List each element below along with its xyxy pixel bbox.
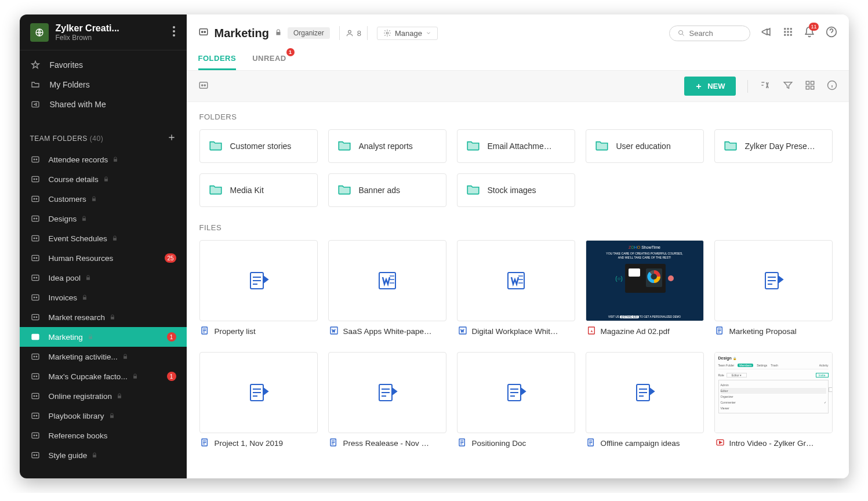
team-folder-item[interactable]: Invoices (20, 288, 187, 307)
team-folder-label: Course details (49, 175, 99, 184)
file-card[interactable]: Positioning Doc (457, 352, 575, 453)
apps-button[interactable] (783, 27, 793, 39)
sidebar-item-my-folders[interactable]: My Folders (20, 75, 187, 95)
team-folder-item[interactable]: Max's Cupcake facto...1 (20, 366, 187, 386)
folder-icon (337, 137, 352, 155)
team-folder-item[interactable]: Customers (20, 189, 187, 209)
announce-button[interactable] (761, 26, 772, 40)
folder-icon (466, 181, 481, 199)
tab-unread[interactable]: UNREAD 1 (252, 48, 286, 70)
folder-card[interactable]: Customer stories (199, 129, 318, 163)
file-type-icon (458, 326, 467, 337)
file-thumbnail: Design 🔒Team FolderMembersSettingsTrashA… (714, 352, 833, 433)
file-label: Magazine Ad 02.pdf (586, 321, 704, 342)
members-count[interactable]: 8 (339, 26, 368, 40)
team-folder-label: Online registration (49, 392, 112, 401)
breadcrumb-icon[interactable] (198, 80, 209, 93)
folder-card[interactable]: Stock images (457, 173, 575, 207)
gear-icon (383, 29, 391, 37)
tab-folders[interactable]: FOLDERS (198, 48, 237, 70)
svg-point-27 (34, 297, 35, 298)
svg-point-2 (173, 30, 175, 32)
team-folder-item[interactable]: Human Resources25 (20, 248, 187, 268)
file-card[interactable]: Property list (199, 240, 318, 342)
team-folder-label: Event Schedules (49, 234, 107, 243)
folder-name: User education (616, 141, 671, 151)
svg-point-3 (173, 34, 175, 37)
lock-icon (82, 293, 88, 302)
svg-point-51 (34, 455, 35, 456)
team-folder-item[interactable]: Marketing1 (20, 327, 187, 347)
notifications-button[interactable]: 11 (804, 26, 815, 40)
file-label: Property list (199, 321, 318, 342)
file-label: Project 1, Nov 2019 (199, 433, 318, 453)
file-card[interactable]: ZOHO ShowTimeYOU TAKE CARE OF CREATING P… (586, 240, 704, 342)
file-type-icon (587, 326, 596, 337)
search-icon (678, 29, 685, 37)
file-card[interactable]: Digital Workplace Whit… (457, 240, 575, 342)
search-input[interactable] (689, 29, 742, 38)
file-card[interactable]: Project 1, Nov 2019 (199, 352, 318, 453)
sidebar-item-shared[interactable]: Shared with Me (20, 95, 187, 114)
svg-rect-4 (32, 102, 39, 107)
file-name: Offline campaign ideas (601, 439, 680, 448)
team-folder-item[interactable]: Playbook library (20, 406, 187, 426)
svg-point-16 (36, 218, 37, 219)
folder-card[interactable]: Analyst reports (328, 129, 446, 163)
file-card[interactable]: Design 🔒Team FolderMembersSettingsTrashA… (714, 352, 833, 453)
svg-point-56 (348, 30, 351, 33)
team-folder-item[interactable]: Market research (20, 307, 187, 327)
sort-button[interactable] (760, 79, 771, 93)
team-folders-header: TEAM FOLDERS (40) (20, 119, 187, 150)
manage-button[interactable]: Manage (377, 27, 438, 40)
lock-icon (132, 372, 138, 381)
sidebar-more-button[interactable] (170, 24, 177, 41)
file-card[interactable]: Offline campaign ideas (586, 352, 704, 453)
folder-grid: Customer storiesAnalyst reportsEmail Att… (199, 129, 836, 207)
svg-point-7 (36, 159, 37, 160)
folder-name: Email Attachme… (488, 141, 552, 151)
help-button[interactable] (826, 26, 837, 40)
svg-point-13 (36, 198, 37, 199)
svg-rect-69 (199, 82, 208, 88)
team-folder-item[interactable]: Marketing activitie... (20, 347, 187, 366)
team-folder-item[interactable]: Event Schedules (20, 228, 187, 248)
team-folder-label: Marketing (49, 333, 83, 342)
folder-card[interactable]: Banner ads (328, 173, 446, 207)
view-button[interactable] (805, 80, 815, 93)
file-type-icon (587, 438, 596, 449)
help-icon (826, 26, 837, 38)
folder-card[interactable]: Zylker Day Prese… (714, 129, 833, 163)
team-folder-item[interactable]: Attendee records (20, 150, 187, 169)
folder-card[interactable]: Email Attachme… (457, 129, 575, 163)
svg-rect-62 (784, 31, 786, 33)
folder-card[interactable]: User education (586, 129, 704, 163)
new-button[interactable]: NEW (684, 77, 735, 96)
svg-point-18 (34, 238, 35, 239)
file-card[interactable]: Marketing Proposal (714, 240, 833, 342)
lock-icon (117, 392, 122, 401)
team-folder-item[interactable]: Designs (20, 209, 187, 228)
folder-card[interactable]: Media Kit (199, 173, 318, 207)
add-team-folder-button[interactable] (167, 133, 176, 144)
info-button[interactable] (827, 80, 837, 93)
svg-rect-17 (32, 236, 39, 241)
file-card[interactable]: Press Realease - Nov … (328, 352, 446, 453)
svg-rect-41 (32, 394, 39, 399)
team-folder-item[interactable]: Online registration (20, 386, 187, 406)
svg-point-10 (36, 179, 37, 180)
svg-rect-63 (787, 31, 789, 33)
search-input-wrapper[interactable] (669, 26, 750, 41)
file-card[interactable]: SaaS Apps White-pape… (328, 240, 446, 342)
file-name: Property list (215, 327, 256, 336)
team-folder-item[interactable]: Style guide (20, 445, 187, 465)
svg-rect-73 (811, 81, 813, 84)
team-folder-item[interactable]: Course details (20, 169, 187, 189)
team-folder-item[interactable]: Reference books (20, 426, 187, 445)
svg-point-54 (201, 31, 202, 32)
sidebar-item-favorites[interactable]: Favorites (20, 55, 187, 75)
folder-name: Zylker Day Prese… (745, 141, 815, 151)
team-folder-item[interactable]: Idea pool (20, 268, 187, 288)
filter-button[interactable] (783, 80, 793, 93)
plus-icon (167, 133, 176, 142)
